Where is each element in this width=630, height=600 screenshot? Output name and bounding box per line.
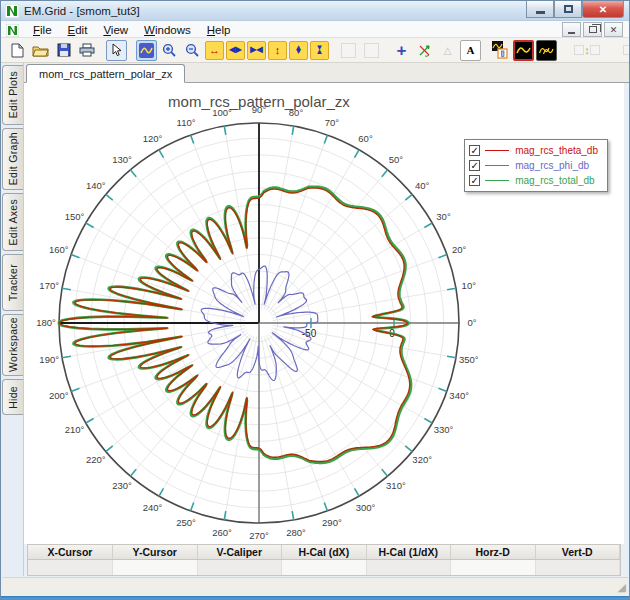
angle-tick-label: 20°	[452, 244, 467, 255]
legend-label: mag_rcs_phi_db	[515, 160, 589, 171]
angle-tick-label: 350°	[459, 354, 479, 365]
resize-grip-icon[interactable]: ◢	[618, 581, 626, 594]
legend-label: mag_rcs_total_db	[515, 175, 595, 186]
mdi-restore-button[interactable]	[583, 22, 602, 37]
angle-tick-label: 280°	[286, 527, 306, 538]
fit-vertical-button[interactable]: ↕	[566, 40, 608, 61]
side-tab-strip: Edit PlotsEdit GraphEdit AxesTrackerWork…	[1, 63, 24, 576]
status-bar: ◢	[2, 577, 628, 596]
dark-plot-multi-button[interactable]	[536, 40, 557, 61]
legend-line-swatch	[485, 180, 509, 181]
legend-checkbox[interactable]: ✓	[469, 145, 480, 156]
readout-cell	[28, 559, 113, 575]
sidebar-tab-edit-axes[interactable]: Edit Axes	[2, 193, 23, 251]
angle-tick-label: 270°	[249, 530, 269, 541]
pointer-tool-button[interactable]	[106, 40, 127, 61]
menu-item-view[interactable]: View	[95, 23, 136, 37]
angle-tick-label: 230°	[112, 480, 132, 491]
axes-tool-button[interactable]	[414, 40, 435, 61]
angle-tick-label: 310°	[386, 480, 406, 491]
sidebar-tab-workspace[interactable]: Workspace	[2, 314, 23, 376]
readout-column-header: Y-Cursor	[113, 545, 198, 559]
angle-tick-label: 140°	[86, 180, 106, 191]
maximize-button[interactable]	[554, 1, 582, 18]
angle-tick-label: 70°	[325, 117, 340, 128]
window-title: EM.Grid - [smom_tut3]	[24, 5, 140, 17]
angle-tick-label: 10°	[462, 280, 477, 291]
angle-tick-label: 220°	[86, 454, 106, 465]
angle-tick-label: 0°	[467, 317, 476, 328]
compress-x-button[interactable]: ▶◀	[247, 41, 266, 60]
menu-item-windows[interactable]: Windows	[136, 23, 199, 37]
angle-tick-label: 170°	[39, 280, 59, 291]
angle-tick-label: 110°	[177, 117, 196, 128]
plot-style-button[interactable]	[490, 40, 511, 61]
mdi-close-button[interactable]: ✕	[604, 22, 623, 37]
limit-right-button[interactable]	[361, 40, 382, 61]
angle-tick-label: 240°	[143, 502, 163, 513]
readout-column-header: H-Cal (1/dX)	[366, 545, 451, 559]
readout-cell	[282, 559, 367, 575]
angle-tick-label: 330°	[434, 424, 454, 435]
zoom-out-icon[interactable]	[182, 40, 203, 61]
limit-left-button[interactable]	[338, 40, 359, 61]
menu-item-file[interactable]: File	[25, 23, 60, 37]
series-mag_rcs_theta_db	[59, 188, 410, 462]
plot-mode-button[interactable]	[136, 40, 157, 61]
mdi-minimize-button[interactable]	[562, 22, 581, 37]
crosshair-button[interactable]: +	[391, 40, 412, 61]
sidebar-tab-edit-plots[interactable]: Edit Plots	[2, 65, 23, 125]
angle-tick-label: 30°	[436, 211, 451, 222]
sidebar-tab-hide[interactable]: Hide	[2, 379, 23, 415]
tab-row: mom_rcs_pattern_polar_zx	[24, 63, 629, 83]
minimize-button[interactable]	[526, 1, 554, 18]
angle-tick-label: 150°	[65, 211, 85, 222]
legend-label: mag_rcs_theta_db	[515, 145, 598, 156]
save-button[interactable]	[53, 40, 74, 61]
angle-tick-label: 50°	[389, 154, 404, 165]
open-file-button[interactable]	[30, 40, 51, 61]
expand-x-button[interactable]: ↔	[205, 41, 224, 60]
readout-column-header: H-Cal (dX)	[282, 545, 367, 559]
legend-checkbox[interactable]: ✓	[469, 175, 480, 186]
close-button[interactable]: ✕	[582, 1, 624, 18]
legend-line-swatch	[485, 150, 509, 151]
app-icon	[5, 4, 19, 18]
new-file-button[interactable]	[7, 40, 28, 61]
fit-horizontal-button[interactable]: ↔	[617, 40, 629, 61]
dark-plot-single-button[interactable]	[513, 40, 534, 61]
legend-item: ✓mag_rcs_phi_db	[469, 158, 598, 173]
zoom-in-icon[interactable]	[159, 40, 180, 61]
menu-item-help[interactable]: Help	[199, 23, 239, 37]
tab-mom-rcs-pattern-polar-zx[interactable]: mom_rcs_pattern_polar_zx	[26, 64, 185, 83]
series-mag_rcs_total_db	[59, 187, 411, 463]
angle-tick-label: 180°	[36, 317, 56, 328]
title-bar[interactable]: EM.Grid - [smom_tut3] ✕	[1, 1, 629, 21]
shrink-y-button[interactable]: ▲▼	[289, 41, 308, 60]
sidebar-tab-tracker[interactable]: Tracker	[2, 254, 23, 311]
angle-tick-label: 340°	[449, 390, 469, 401]
readout-cell	[197, 559, 282, 575]
compress-y-button[interactable]: ▼▲	[310, 41, 329, 60]
readout-cell	[451, 559, 536, 575]
shrink-x-button[interactable]: ◀▶	[226, 41, 245, 60]
menu-bar: FileEditViewWindowsHelp ✕	[1, 21, 629, 38]
text-tool-button[interactable]: A	[460, 40, 481, 61]
angle-tick-label: 130°	[112, 154, 132, 165]
print-button[interactable]	[76, 40, 97, 61]
legend-item: ✓mag_rcs_total_db	[469, 173, 598, 188]
readout-column-header: V-Caliper	[197, 545, 282, 559]
angle-tick-label: 120°	[143, 133, 163, 144]
angle-tick-label: 200°	[49, 390, 69, 401]
legend: ✓mag_rcs_theta_db✓mag_rcs_phi_db✓mag_rcs…	[464, 139, 608, 192]
readout-cell	[535, 559, 620, 575]
expand-y-button[interactable]: ↕	[268, 41, 287, 60]
toolbar: ↔ ◀▶ ▶◀ ↕ ▲▼ ▼▲ + △ A ↕ ↔ Layou	[1, 38, 629, 63]
triangle-button[interactable]: △	[437, 40, 458, 61]
plot-area: -5000°10°20°30°40°50°60°70°80°90°100°110…	[24, 83, 624, 544]
legend-checkbox[interactable]: ✓	[469, 160, 480, 171]
sidebar-tab-edit-graph[interactable]: Edit Graph	[2, 128, 23, 190]
readout-column-header: X-Cursor	[28, 545, 113, 559]
angle-tick-label: 320°	[412, 454, 432, 465]
menu-item-edit[interactable]: Edit	[60, 23, 96, 37]
